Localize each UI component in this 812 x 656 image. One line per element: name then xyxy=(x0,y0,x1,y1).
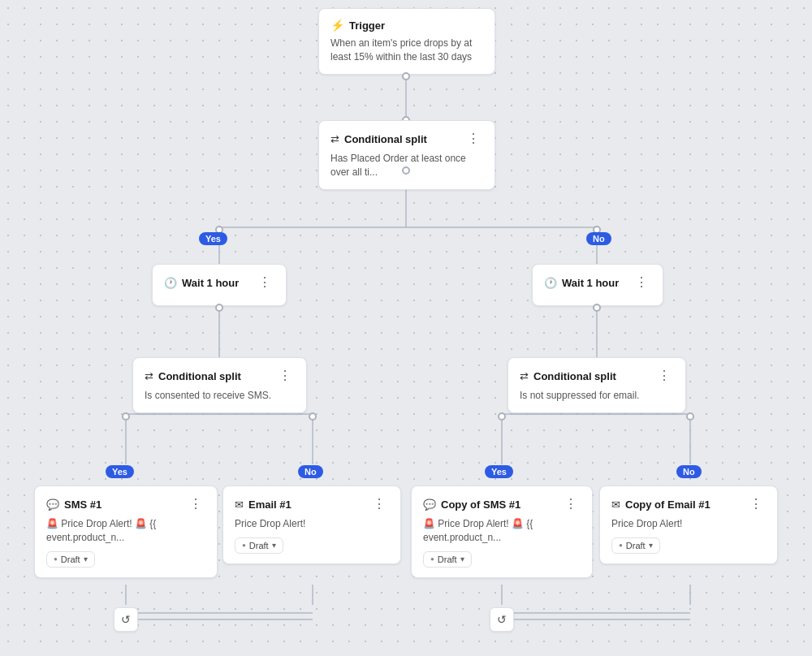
copy-sms1-icon: 💬 xyxy=(423,498,436,511)
email1-title: Email #1 xyxy=(248,498,292,511)
email1-card: ✉ Email #1 ⋮ Price Drop Alert! ● Draft ▾ xyxy=(222,486,401,564)
email1-header: ✉ Email #1 ⋮ xyxy=(235,496,389,512)
trigger-title: Trigger xyxy=(349,19,385,32)
wait-left-card: 🕐 Wait 1 hour ⋮ xyxy=(152,264,287,306)
copy-email1-body: Price Drop Alert! xyxy=(611,517,766,531)
wait-left-icon: 🕐 xyxy=(164,277,177,289)
wait-right-card: 🕐 Wait 1 hour ⋮ xyxy=(532,264,663,306)
copy-sms1-body: 🚨 Price Drop Alert! 🚨 {{ event.product_n… xyxy=(423,517,581,545)
sms1-header: 💬 SMS #1 ⋮ xyxy=(46,496,205,512)
split-top-body: Has Placed Order at least once over all … xyxy=(330,152,483,179)
email1-draft-chevron: ▾ xyxy=(272,541,276,550)
yes-badge-bottom-right: Yes xyxy=(485,465,513,478)
circle-node-8 xyxy=(122,412,130,421)
email1-draft-dot: ● xyxy=(242,542,246,549)
wait-right-header: 🕐 Wait 1 hour ⋮ xyxy=(544,274,651,291)
copy-email1-more[interactable]: ⋮ xyxy=(746,496,766,512)
sms1-icon: 💬 xyxy=(46,498,59,511)
copy-email1-draft-chevron: ▾ xyxy=(649,541,653,550)
email1-body: Price Drop Alert! xyxy=(235,517,389,531)
cond-split-left-title: Conditional split xyxy=(158,370,241,382)
sms1-draft-chevron: ▾ xyxy=(84,555,88,563)
copy-sms1-draft-dot: ● xyxy=(430,555,434,563)
wait-right-icon: 🕐 xyxy=(544,277,557,289)
loop-right-icon: ↺ xyxy=(497,613,507,626)
copy-email1-title: Copy of Email #1 xyxy=(625,498,710,511)
cond-split-left-body: Is consented to receive SMS. xyxy=(145,389,295,403)
copy-email1-header: ✉ Copy of Email #1 ⋮ xyxy=(611,496,766,512)
sms1-more[interactable]: ⋮ xyxy=(186,496,205,512)
yes-badge-left: Yes xyxy=(199,232,227,245)
circle-node-6 xyxy=(215,304,223,312)
sms1-draft-label: Draft xyxy=(61,555,80,564)
wait-left-more-button[interactable]: ⋮ xyxy=(255,274,274,291)
conditional-split-top-header: ⇄ Conditional split ⋮ xyxy=(330,131,483,147)
wait-left-header: 🕐 Wait 1 hour ⋮ xyxy=(164,274,274,291)
trigger-body: When an item's price drops by at least 1… xyxy=(330,37,483,64)
email1-more[interactable]: ⋮ xyxy=(369,496,389,512)
copy-sms1-more[interactable]: ⋮ xyxy=(561,496,581,512)
email1-draft-button[interactable]: ● Draft ▾ xyxy=(235,537,283,554)
cond-split-right-more[interactable]: ⋮ xyxy=(654,368,674,384)
conditional-split-top-card: ⇄ Conditional split ⋮ Has Placed Order a… xyxy=(318,120,495,190)
sms1-body: 🚨 Price Drop Alert! 🚨 {{ event.product_n… xyxy=(46,517,205,545)
cond-split-right-icon: ⇄ xyxy=(520,370,529,382)
copy-email1-draft-dot: ● xyxy=(619,542,623,549)
copy-sms1-draft-button[interactable]: ● Draft ▾ xyxy=(423,551,472,568)
cond-split-left-header: ⇄ Conditional split ⋮ xyxy=(145,368,295,384)
cond-split-left-more[interactable]: ⋮ xyxy=(275,368,295,384)
cond-split-right-body: Is not suppressed for email. xyxy=(520,389,674,403)
loop-icon-right[interactable]: ↺ xyxy=(490,607,514,632)
cond-split-right-title: Conditional split xyxy=(533,370,616,382)
wait-right-more-button[interactable]: ⋮ xyxy=(632,274,651,291)
conditional-split-right-card: ⇄ Conditional split ⋮ Is not suppressed … xyxy=(508,357,686,413)
circle-node-11 xyxy=(686,412,694,421)
copy-email1-draft-label: Draft xyxy=(626,541,646,550)
circle-node-10 xyxy=(498,412,506,421)
email1-draft-label: Draft xyxy=(249,541,269,550)
yes-badge-bottom-left: Yes xyxy=(106,465,134,478)
sms1-title: SMS #1 xyxy=(64,498,102,511)
circle-node-3 xyxy=(402,166,410,175)
sms1-card: 💬 SMS #1 ⋮ 🚨 Price Drop Alert! 🚨 {{ even… xyxy=(34,486,218,578)
trigger-card: ⚡ Trigger When an item's price drops by … xyxy=(318,8,495,75)
circle-node-1 xyxy=(402,72,410,80)
trigger-icon: ⚡ xyxy=(330,19,344,32)
loop-icon-left[interactable]: ↺ xyxy=(114,607,138,632)
sms1-draft-dot: ● xyxy=(54,555,58,563)
copy-email1-draft-button[interactable]: ● Draft ▾ xyxy=(611,537,660,554)
copy-sms1-header: 💬 Copy of SMS #1 ⋮ xyxy=(423,496,581,512)
cond-split-right-header: ⇄ Conditional split ⋮ xyxy=(520,368,674,384)
flow-canvas: ⚡ Trigger When an item's price drops by … xyxy=(0,0,812,656)
circle-node-7 xyxy=(593,304,601,312)
wait-right-title: Wait 1 hour xyxy=(562,277,619,289)
copy-sms1-card: 💬 Copy of SMS #1 ⋮ 🚨 Price Drop Alert! 🚨… xyxy=(411,486,593,578)
copy-email1-icon: ✉ xyxy=(611,498,620,511)
trigger-card-header: ⚡ Trigger xyxy=(330,19,483,32)
no-badge-bottom-left: No xyxy=(298,465,323,478)
circle-node-9 xyxy=(309,412,317,421)
copy-email1-card: ✉ Copy of Email #1 ⋮ Price Drop Alert! ●… xyxy=(599,486,778,564)
copy-sms1-title: Copy of SMS #1 xyxy=(441,498,520,511)
sms1-draft-button[interactable]: ● Draft ▾ xyxy=(46,551,95,568)
no-badge-bottom-right: No xyxy=(676,465,702,478)
email1-icon: ✉ xyxy=(235,498,244,511)
wait-left-title: Wait 1 hour xyxy=(182,277,239,289)
conditional-split-left-card: ⇄ Conditional split ⋮ Is consented to re… xyxy=(132,357,307,413)
cond-split-left-icon: ⇄ xyxy=(145,370,153,382)
split-top-more-button[interactable]: ⋮ xyxy=(464,131,483,147)
loop-left-icon: ↺ xyxy=(121,613,131,626)
split-top-title: Conditional split xyxy=(344,133,427,145)
copy-sms1-draft-label: Draft xyxy=(438,555,457,564)
split-top-icon: ⇄ xyxy=(330,133,339,145)
copy-sms1-draft-chevron: ▾ xyxy=(460,555,464,563)
no-badge-right: No xyxy=(586,232,611,245)
